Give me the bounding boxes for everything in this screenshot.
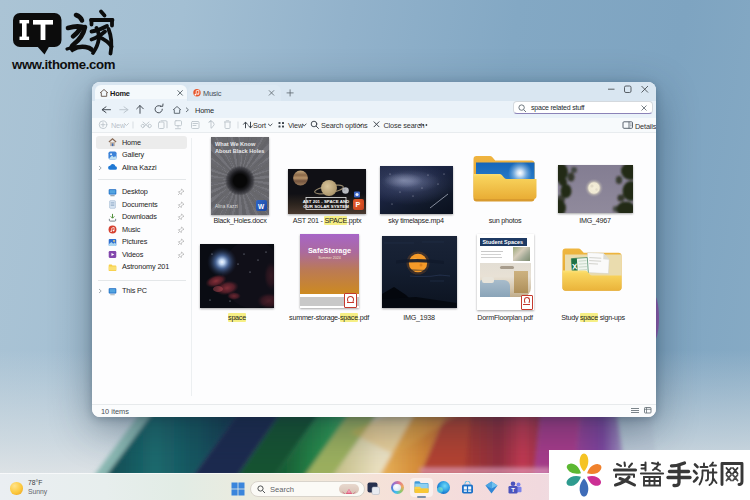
svg-text:OUR SOLAR SYSTEM: OUR SOLAR SYSTEM [303, 204, 349, 209]
svg-text:www.ithome.com: www.ithome.com [11, 57, 115, 72]
svg-text:T: T [511, 487, 515, 493]
